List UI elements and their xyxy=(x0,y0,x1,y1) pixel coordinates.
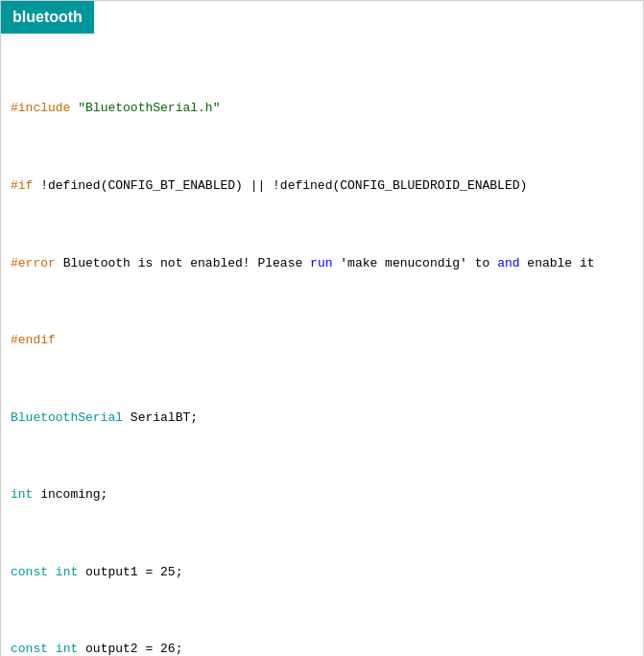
code-line-1: #include "BluetoothSerial.h" xyxy=(11,99,633,118)
code-line-8: const int output2 = 26; xyxy=(11,640,633,656)
main-window: bluetooth #include "BluetoothSerial.h" #… xyxy=(0,0,644,656)
code-editor[interactable]: #include "BluetoothSerial.h" #if !define… xyxy=(1,34,643,656)
code-line-5: BluetoothSerial SerialBT; xyxy=(11,409,633,428)
code-line-4: #endif xyxy=(11,331,633,350)
code-line-7: const int output1 = 25; xyxy=(11,563,633,582)
code-line-2: #if !defined(CONFIG_BT_ENABLED) || !defi… xyxy=(11,176,633,196)
code-line-3: #error Bluetooth is not enabled! Please … xyxy=(11,254,633,273)
code-line-6: int incoming; xyxy=(11,485,633,504)
title-bar: bluetooth xyxy=(1,1,94,34)
window-title: bluetooth xyxy=(12,9,83,25)
